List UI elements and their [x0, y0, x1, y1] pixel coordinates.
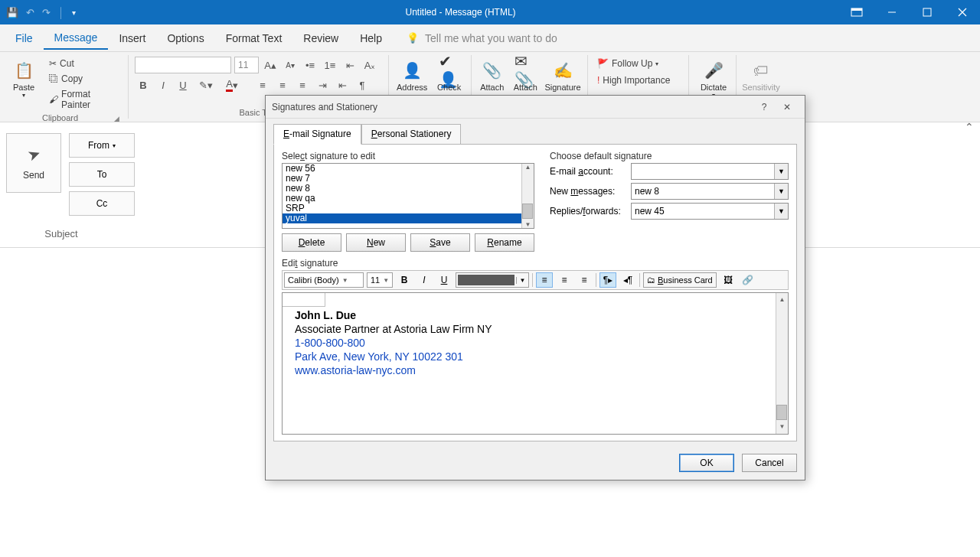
paste-button[interactable]: 📋 Paste ▾ [6, 57, 41, 102]
indent-icon[interactable]: ⇥ [314, 77, 331, 93]
address-book-button[interactable]: 👤Address [395, 57, 429, 95]
ribbon-tabs: File Message Insert Options Format Text … [0, 24, 980, 52]
close-button[interactable] [945, 0, 980, 24]
cc-button[interactable]: Cc [69, 191, 135, 216]
tab-insert[interactable]: Insert [108, 28, 156, 49]
dialog-close-button[interactable]: ✕ [776, 102, 799, 112]
delete-button[interactable]: Delete [282, 233, 341, 252]
sensitivity-button[interactable]: 🏷Sensitivity [743, 57, 779, 95]
signature-list[interactable]: new 56 new 7 new 8 new qa SRP yuval ▲▼ [282, 163, 534, 229]
align-left-icon[interactable]: ≡ [254, 77, 271, 93]
maximize-button[interactable] [910, 0, 945, 24]
tab-message[interactable]: Message [44, 27, 109, 50]
list-item[interactable]: new qa [283, 194, 534, 204]
paragraph-icon[interactable]: ¶ [354, 77, 371, 93]
outdent-icon[interactable]: ⇤ [341, 57, 358, 73]
underline-icon[interactable]: U [175, 77, 191, 93]
from-button[interactable]: From▾ [69, 133, 135, 158]
tab-personal-stationery[interactable]: Personal Stationery [361, 124, 462, 145]
shrink-font-icon[interactable]: A▾ [282, 57, 299, 73]
ltr-button[interactable]: ¶▸ [599, 272, 616, 288]
save-icon[interactable]: 💾 [6, 7, 18, 18]
clear-format-icon[interactable]: Aₓ [361, 57, 378, 73]
italic-button[interactable]: I [416, 272, 433, 288]
replies-select[interactable]: new 45▼ [631, 203, 789, 220]
list-item[interactable]: new 8 [283, 184, 534, 194]
high-importance-button[interactable]: !High Importance [594, 73, 682, 87]
email-account-select[interactable]: ▼ [631, 163, 789, 180]
bold-button[interactable]: B [396, 272, 413, 288]
new-button[interactable]: New [346, 233, 406, 252]
font-size-combo[interactable]: 11 [234, 57, 259, 73]
signatures-dialog: Signatures and Stationery ? ✕ E-mail Sig… [265, 95, 805, 480]
align-right-button[interactable]: ≡ [576, 272, 593, 288]
signature-icon: ✍ [552, 60, 573, 81]
flag-icon: 🚩 [597, 58, 609, 69]
ok-button[interactable]: OK [679, 454, 734, 472]
outdent2-icon[interactable]: ⇤ [334, 77, 351, 93]
rtl-button[interactable]: ◂¶ [619, 272, 636, 288]
check-names-button[interactable]: ✔👤Check [433, 57, 465, 95]
undo-icon[interactable]: ↶ [26, 7, 34, 18]
new-messages-select[interactable]: new 8▼ [631, 183, 789, 200]
copy-icon: ⿻ [49, 73, 58, 84]
rename-button[interactable]: Rename [475, 233, 534, 252]
font-size-select[interactable]: 11▼ [367, 272, 393, 288]
tab-review[interactable]: Review [292, 28, 349, 49]
align-center-button[interactable]: ≡ [556, 272, 573, 288]
qat-customize-icon[interactable]: ▾ [72, 8, 76, 17]
align-center-icon[interactable]: ≡ [274, 77, 291, 93]
redo-icon[interactable]: ↷ [42, 7, 51, 18]
highlight-icon[interactable]: ✎▾ [194, 77, 217, 93]
font-color-icon[interactable]: A▾ [220, 77, 243, 93]
copy-button[interactable]: ⿻Copy [46, 72, 122, 86]
cut-button[interactable]: ✂Cut [46, 57, 122, 70]
business-card-button[interactable]: 🗂Business Card [643, 272, 717, 288]
numbering-icon[interactable]: 1≡ [322, 57, 338, 73]
choose-default-label: Choose default signature [550, 151, 789, 161]
attach-item-button[interactable]: ✉📎Attach [511, 57, 541, 95]
tell-me-search[interactable]: 💡 Tell me what you want to do [407, 32, 557, 44]
grow-font-icon[interactable]: A▴ [262, 57, 279, 73]
tab-email-signature[interactable]: E-mail Signature [273, 124, 361, 145]
format-painter-button[interactable]: 🖌Format Painter [46, 87, 122, 112]
bullets-icon[interactable]: •≡ [302, 57, 318, 73]
underline-button[interactable]: U [436, 272, 452, 288]
ribbon-display-icon[interactable] [839, 8, 874, 17]
follow-up-button[interactable]: 🚩Follow Up▾ [594, 57, 682, 70]
signature-editor[interactable]: John L. Due Associate Partner at Astoria… [282, 292, 789, 435]
bold-icon[interactable]: B [135, 77, 152, 93]
cancel-button[interactable]: Cancel [742, 454, 797, 472]
save-button[interactable]: Save [410, 233, 470, 252]
clipboard-dialog-launcher[interactable]: ◢ [114, 115, 122, 122]
tab-format-text[interactable]: Format Text [215, 28, 293, 49]
insert-link-button[interactable]: 🔗 [740, 272, 756, 288]
editor-scroll-thumb[interactable] [776, 405, 787, 420]
tab-help[interactable]: Help [349, 28, 393, 49]
tab-options[interactable]: Options [156, 28, 214, 49]
signature-toolbar: Calibri (Body)▼ 11▼ B I U ▼ ≡ ≡ ≡ ¶▸ ◂¶ … [282, 270, 789, 290]
list-item[interactable]: new 56 [283, 164, 534, 174]
scroll-thumb[interactable] [522, 204, 533, 219]
font-name-combo[interactable] [135, 57, 231, 73]
collapse-ribbon-icon[interactable]: ⌃ [965, 121, 974, 133]
list-item-selected[interactable]: yuval [283, 213, 534, 223]
send-button[interactable]: ➤ Send [6, 133, 61, 193]
font-color-select[interactable]: ▼ [456, 272, 529, 288]
align-left-button[interactable]: ≡ [536, 272, 553, 288]
list-item[interactable]: new 7 [283, 174, 534, 184]
dialog-titlebar[interactable]: Signatures and Stationery ? ✕ [266, 96, 805, 119]
tab-file[interactable]: File [5, 28, 44, 49]
insert-picture-button[interactable]: 🖼 [720, 272, 737, 288]
attach-file-button[interactable]: 📎Attach [478, 57, 507, 95]
list-item[interactable]: SRP [283, 204, 534, 213]
to-button[interactable]: To [69, 162, 135, 187]
align-right-icon[interactable]: ≡ [294, 77, 311, 93]
font-name-select[interactable]: Calibri (Body)▼ [284, 272, 364, 288]
attach-item-icon: ✉📎 [514, 60, 536, 81]
italic-icon[interactable]: I [155, 77, 172, 93]
dialog-help-button[interactable]: ? [753, 102, 776, 112]
minimize-button[interactable] [874, 0, 910, 24]
sig-phone: 1-800-800-800 [295, 336, 776, 350]
signature-button[interactable]: ✍Signature [544, 57, 581, 95]
